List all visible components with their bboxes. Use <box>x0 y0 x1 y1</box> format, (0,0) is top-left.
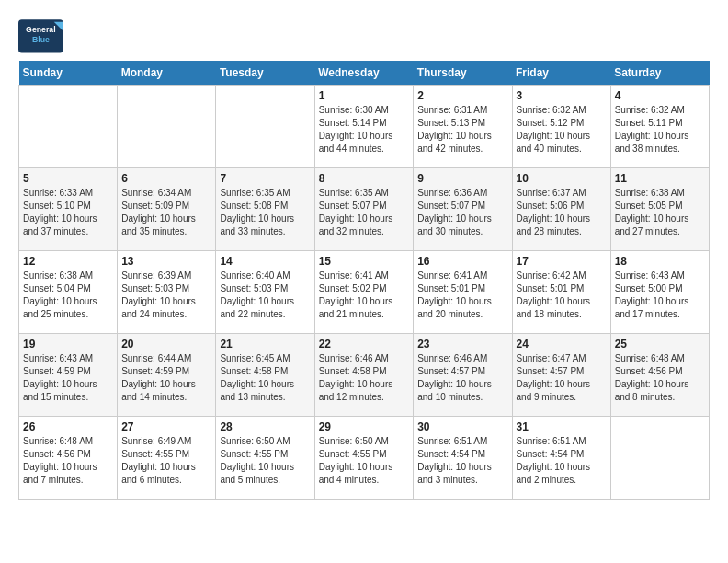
calendar-cell <box>118 86 216 168</box>
day-number: 24 <box>517 338 607 350</box>
calendar-cell: 28Sunrise: 6:50 AM Sunset: 4:55 PM Dayli… <box>216 417 314 500</box>
day-number: 3 <box>517 89 607 102</box>
day-detail: Sunrise: 6:37 AM Sunset: 5:06 PM Dayligh… <box>517 187 607 238</box>
calendar-cell: 13Sunrise: 6:39 AM Sunset: 5:03 PM Dayli… <box>118 251 216 334</box>
day-detail: Sunrise: 6:35 AM Sunset: 5:07 PM Dayligh… <box>319 187 410 238</box>
day-detail: Sunrise: 6:34 AM Sunset: 5:09 PM Dayligh… <box>121 187 211 238</box>
calendar-cell: 9Sunrise: 6:36 AM Sunset: 5:07 PM Daylig… <box>414 168 512 251</box>
calendar-week-row: 12Sunrise: 6:38 AM Sunset: 5:04 PM Dayli… <box>19 251 710 334</box>
day-detail: Sunrise: 6:42 AM Sunset: 5:01 PM Dayligh… <box>517 270 607 321</box>
calendar-cell <box>216 86 314 168</box>
logo: General Blue <box>18 18 64 55</box>
day-detail: Sunrise: 6:43 AM Sunset: 4:59 PM Dayligh… <box>23 352 113 404</box>
day-detail: Sunrise: 6:45 AM Sunset: 4:58 PM Dayligh… <box>220 352 310 404</box>
day-detail: Sunrise: 6:44 AM Sunset: 4:59 PM Dayligh… <box>121 352 211 404</box>
day-number: 6 <box>121 172 211 185</box>
day-number: 30 <box>417 420 507 433</box>
weekday-header-saturday: Saturday <box>610 61 709 86</box>
calendar-cell: 15Sunrise: 6:41 AM Sunset: 5:02 PM Dayli… <box>314 251 414 334</box>
calendar-cell: 17Sunrise: 6:42 AM Sunset: 5:01 PM Dayli… <box>512 251 610 334</box>
day-detail: Sunrise: 6:32 AM Sunset: 5:12 PM Dayligh… <box>517 104 607 155</box>
calendar-cell <box>19 86 118 168</box>
day-number: 18 <box>615 255 705 268</box>
day-number: 9 <box>417 172 507 185</box>
day-number: 14 <box>220 255 310 268</box>
day-number: 26 <box>23 420 113 433</box>
day-detail: Sunrise: 6:33 AM Sunset: 5:10 PM Dayligh… <box>23 187 113 238</box>
day-detail: Sunrise: 6:49 AM Sunset: 4:55 PM Dayligh… <box>121 435 211 487</box>
calendar-cell: 20Sunrise: 6:44 AM Sunset: 4:59 PM Dayli… <box>118 334 216 417</box>
day-detail: Sunrise: 6:48 AM Sunset: 4:56 PM Dayligh… <box>23 435 113 487</box>
day-detail: Sunrise: 6:46 AM Sunset: 4:58 PM Dayligh… <box>319 352 410 404</box>
calendar-cell: 29Sunrise: 6:50 AM Sunset: 4:55 PM Dayli… <box>314 417 414 500</box>
svg-text:Blue: Blue <box>32 35 50 44</box>
weekday-header-friday: Friday <box>512 61 610 86</box>
svg-text:General: General <box>26 25 56 34</box>
day-number: 5 <box>23 172 113 185</box>
calendar-cell: 6Sunrise: 6:34 AM Sunset: 5:09 PM Daylig… <box>118 168 216 251</box>
calendar-table: SundayMondayTuesdayWednesdayThursdayFrid… <box>18 61 710 500</box>
day-number: 8 <box>319 172 410 185</box>
calendar-cell: 21Sunrise: 6:45 AM Sunset: 4:58 PM Dayli… <box>216 334 314 417</box>
day-detail: Sunrise: 6:50 AM Sunset: 4:55 PM Dayligh… <box>220 435 310 487</box>
day-number: 4 <box>615 89 705 102</box>
weekday-header-wednesday: Wednesday <box>314 61 414 86</box>
day-detail: Sunrise: 6:35 AM Sunset: 5:08 PM Dayligh… <box>220 187 310 238</box>
day-number: 15 <box>319 255 410 268</box>
day-detail: Sunrise: 6:47 AM Sunset: 4:57 PM Dayligh… <box>517 352 607 404</box>
day-detail: Sunrise: 6:50 AM Sunset: 4:55 PM Dayligh… <box>319 435 410 487</box>
day-detail: Sunrise: 6:38 AM Sunset: 5:04 PM Dayligh… <box>23 270 113 321</box>
calendar-cell: 2Sunrise: 6:31 AM Sunset: 5:13 PM Daylig… <box>414 86 512 168</box>
calendar-cell: 12Sunrise: 6:38 AM Sunset: 5:04 PM Dayli… <box>19 251 118 334</box>
day-detail: Sunrise: 6:39 AM Sunset: 5:03 PM Dayligh… <box>121 270 211 321</box>
day-number: 7 <box>220 172 310 185</box>
day-detail: Sunrise: 6:38 AM Sunset: 5:05 PM Dayligh… <box>615 187 705 238</box>
calendar-cell: 31Sunrise: 6:51 AM Sunset: 4:54 PM Dayli… <box>512 417 610 500</box>
day-number: 10 <box>517 172 607 185</box>
day-number: 23 <box>417 338 507 350</box>
calendar-cell: 3Sunrise: 6:32 AM Sunset: 5:12 PM Daylig… <box>512 86 610 168</box>
calendar-cell: 7Sunrise: 6:35 AM Sunset: 5:08 PM Daylig… <box>216 168 314 251</box>
day-number: 28 <box>220 420 310 433</box>
day-detail: Sunrise: 6:30 AM Sunset: 5:14 PM Dayligh… <box>319 104 410 155</box>
calendar-cell: 25Sunrise: 6:48 AM Sunset: 4:56 PM Dayli… <box>610 334 709 417</box>
day-number: 2 <box>417 89 507 102</box>
weekday-header-row: SundayMondayTuesdayWednesdayThursdayFrid… <box>19 61 710 86</box>
day-detail: Sunrise: 6:48 AM Sunset: 4:56 PM Dayligh… <box>615 352 705 404</box>
calendar-cell: 24Sunrise: 6:47 AM Sunset: 4:57 PM Dayli… <box>512 334 610 417</box>
day-detail: Sunrise: 6:43 AM Sunset: 5:00 PM Dayligh… <box>615 270 705 321</box>
day-number: 11 <box>615 172 705 185</box>
day-detail: Sunrise: 6:41 AM Sunset: 5:01 PM Dayligh… <box>417 270 507 321</box>
day-number: 21 <box>220 338 310 350</box>
day-number: 19 <box>23 338 113 350</box>
calendar-cell: 19Sunrise: 6:43 AM Sunset: 4:59 PM Dayli… <box>19 334 118 417</box>
calendar-cell: 16Sunrise: 6:41 AM Sunset: 5:01 PM Dayli… <box>414 251 512 334</box>
day-detail: Sunrise: 6:32 AM Sunset: 5:11 PM Dayligh… <box>615 104 705 155</box>
calendar-cell: 27Sunrise: 6:49 AM Sunset: 4:55 PM Dayli… <box>118 417 216 500</box>
day-detail: Sunrise: 6:51 AM Sunset: 4:54 PM Dayligh… <box>517 435 607 487</box>
calendar-cell: 11Sunrise: 6:38 AM Sunset: 5:05 PM Dayli… <box>610 168 709 251</box>
day-detail: Sunrise: 6:46 AM Sunset: 4:57 PM Dayligh… <box>417 352 507 404</box>
day-number: 17 <box>517 255 607 268</box>
calendar-week-row: 5Sunrise: 6:33 AM Sunset: 5:10 PM Daylig… <box>19 168 710 251</box>
weekday-header-tuesday: Tuesday <box>216 61 314 86</box>
day-number: 31 <box>517 420 607 433</box>
calendar-cell: 10Sunrise: 6:37 AM Sunset: 5:06 PM Dayli… <box>512 168 610 251</box>
page-header: General Blue <box>18 18 710 55</box>
day-number: 13 <box>121 255 211 268</box>
day-number: 25 <box>615 338 705 350</box>
calendar-week-row: 1Sunrise: 6:30 AM Sunset: 5:14 PM Daylig… <box>19 86 710 168</box>
calendar-cell: 22Sunrise: 6:46 AM Sunset: 4:58 PM Dayli… <box>314 334 414 417</box>
calendar-cell: 1Sunrise: 6:30 AM Sunset: 5:14 PM Daylig… <box>314 86 414 168</box>
day-detail: Sunrise: 6:36 AM Sunset: 5:07 PM Dayligh… <box>417 187 507 238</box>
weekday-header-thursday: Thursday <box>414 61 512 86</box>
day-detail: Sunrise: 6:31 AM Sunset: 5:13 PM Dayligh… <box>417 104 507 155</box>
calendar-cell: 30Sunrise: 6:51 AM Sunset: 4:54 PM Dayli… <box>414 417 512 500</box>
day-number: 22 <box>319 338 410 350</box>
calendar-cell: 5Sunrise: 6:33 AM Sunset: 5:10 PM Daylig… <box>19 168 118 251</box>
calendar-cell: 14Sunrise: 6:40 AM Sunset: 5:03 PM Dayli… <box>216 251 314 334</box>
calendar-cell: 4Sunrise: 6:32 AM Sunset: 5:11 PM Daylig… <box>610 86 709 168</box>
day-detail: Sunrise: 6:40 AM Sunset: 5:03 PM Dayligh… <box>220 270 310 321</box>
day-detail: Sunrise: 6:41 AM Sunset: 5:02 PM Dayligh… <box>319 270 410 321</box>
day-number: 12 <box>23 255 113 268</box>
